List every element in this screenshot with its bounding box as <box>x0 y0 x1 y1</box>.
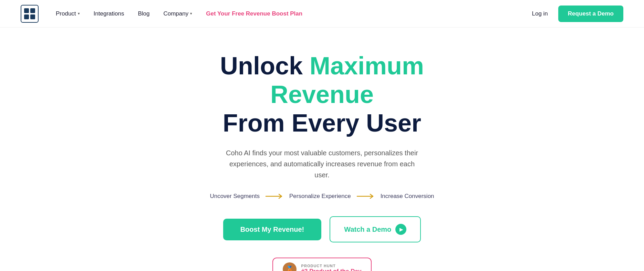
step-uncover: Uncover Segments <box>210 193 260 200</box>
hero-steps: Uncover Segments Personalize Experience … <box>210 193 434 200</box>
chevron-down-icon: ▾ <box>78 11 80 16</box>
nav-item-product[interactable]: Product ▾ <box>56 10 80 17</box>
nav-item-company[interactable]: Company ▾ <box>163 10 192 17</box>
request-demo-button[interactable]: Request a Demo <box>558 6 623 22</box>
medal-icon: 🥉 <box>283 262 297 271</box>
nav-revenue-boost-link[interactable]: Get Your Free Revenue Boost Plan <box>206 10 302 17</box>
product-hunt-label: PRODUCT HUNT <box>301 264 336 268</box>
navbar: Product ▾ Integrations Blog Company ▾ Ge… <box>0 0 644 28</box>
step-increase: Increase Conversion <box>381 193 434 200</box>
hero-section: Unlock Maximum RevenueFrom Every User Co… <box>0 28 644 271</box>
login-link[interactable]: Log in <box>532 10 548 17</box>
logo-icon <box>21 5 39 23</box>
arrow-icon-2 <box>356 193 375 199</box>
hero-buttons: Boost My Revenue! Watch a Demo ▶ <box>223 216 421 242</box>
chevron-down-icon: ▾ <box>190 11 192 16</box>
hero-title: Unlock Maximum RevenueFrom Every User <box>167 52 477 137</box>
nav-links: Product ▾ Integrations Blog Company ▾ Ge… <box>56 10 532 17</box>
arrow-icon-1 <box>265 193 284 199</box>
logo[interactable] <box>21 5 39 23</box>
step-personalize: Personalize Experience <box>289 193 351 200</box>
boost-revenue-button[interactable]: Boost My Revenue! <box>223 219 322 240</box>
hero-subtitle: Coho AI finds your most valuable custome… <box>222 147 422 180</box>
nav-right: Log in Request a Demo <box>532 6 623 22</box>
nav-item-integrations[interactable]: Integrations <box>94 10 124 17</box>
nav-item-blog[interactable]: Blog <box>138 10 149 17</box>
product-hunt-badge[interactable]: 🥉 PRODUCT HUNT #3 Product of the Day <box>272 258 372 271</box>
hero-title-highlight: Maximum Revenue <box>270 52 424 108</box>
watch-demo-button[interactable]: Watch a Demo ▶ <box>330 216 421 242</box>
product-hunt-rank: #3 Product of the Day <box>301 268 362 271</box>
play-icon: ▶ <box>395 224 406 235</box>
